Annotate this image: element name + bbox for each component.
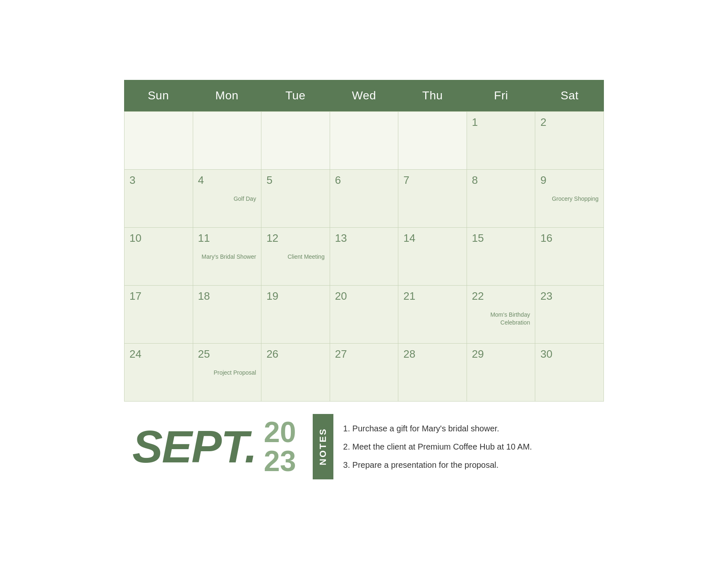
day-number: 8 xyxy=(472,174,530,187)
cal-cell-20: 20 xyxy=(330,286,399,344)
day-number: 15 xyxy=(472,232,530,245)
day-number: 9 xyxy=(540,174,599,187)
cal-cell-2: 2 xyxy=(535,112,604,170)
day-number: 18 xyxy=(198,290,256,303)
year-bottom: 23 xyxy=(264,447,296,476)
cal-cell-21: 21 xyxy=(398,286,467,344)
cal-cell-27: 27 xyxy=(330,344,399,402)
cal-cell-26: 26 xyxy=(261,344,330,402)
day-number: 2 xyxy=(540,116,599,129)
cal-cell-empty-0-4 xyxy=(398,112,467,170)
cal-cell-30: 30 xyxy=(535,344,604,402)
header-day-thu: Thu xyxy=(398,80,467,111)
cal-cell-9: 9Grocery Shopping xyxy=(535,170,604,228)
cal-cell-24: 24 xyxy=(125,344,193,402)
calendar-wrapper: SunMonTueWedThuFriSat 1234Golf Day56789G… xyxy=(124,80,604,484)
calendar-header: SunMonTueWedThuFriSat xyxy=(124,80,604,111)
day-number: 10 xyxy=(129,232,188,245)
note-item-1: 1. Purchase a gift for Mary's bridal sho… xyxy=(343,422,532,435)
cal-cell-empty-0-1 xyxy=(193,112,262,170)
day-number: 20 xyxy=(335,290,393,303)
day-number: 22 xyxy=(472,290,530,303)
cal-cell-16: 16 xyxy=(535,228,604,286)
cal-cell-22: 22Mom's Birthday Celebration xyxy=(467,286,536,344)
cal-cell-empty-0-3 xyxy=(330,112,399,170)
cal-cell-empty-0-2 xyxy=(261,112,330,170)
cal-cell-6: 6 xyxy=(330,170,399,228)
year-block: 20 23 xyxy=(264,418,296,476)
event-text: Golf Day xyxy=(198,195,256,203)
day-number: 19 xyxy=(266,290,325,303)
cal-cell-1: 1 xyxy=(467,112,536,170)
cal-cell-14: 14 xyxy=(398,228,467,286)
header-day-mon: Mon xyxy=(193,80,261,111)
calendar-footer: SEPT. 20 23 NOTES 1. Purchase a gift for… xyxy=(124,410,604,484)
year-top: 20 xyxy=(264,418,296,447)
day-number: 16 xyxy=(540,232,599,245)
cal-cell-8: 8 xyxy=(467,170,536,228)
cal-cell-15: 15 xyxy=(467,228,536,286)
cal-cell-5: 5 xyxy=(261,170,330,228)
day-number: 11 xyxy=(198,232,256,245)
day-number: 23 xyxy=(540,290,599,303)
cal-cell-17: 17 xyxy=(125,286,193,344)
calendar-grid: 1234Golf Day56789Grocery Shopping1011Mar… xyxy=(124,111,604,402)
day-number: 26 xyxy=(266,348,325,361)
cal-cell-3: 3 xyxy=(125,170,193,228)
cal-cell-18: 18 xyxy=(193,286,262,344)
notes-label: NOTES xyxy=(313,414,333,479)
notes-block: NOTES 1. Purchase a gift for Mary's brid… xyxy=(313,414,542,479)
day-number: 29 xyxy=(472,348,530,361)
cal-cell-4: 4Golf Day xyxy=(193,170,262,228)
day-number: 7 xyxy=(403,174,462,187)
cal-cell-11: 11Mary's Bridal Shower xyxy=(193,228,262,286)
event-text: Client Meeting xyxy=(266,253,325,261)
day-number: 21 xyxy=(403,290,462,303)
day-number: 3 xyxy=(129,174,188,187)
notes-content: 1. Purchase a gift for Mary's bridal sho… xyxy=(333,414,542,479)
event-text: Mary's Bridal Shower xyxy=(198,253,256,261)
event-text: Mom's Birthday Celebration xyxy=(472,311,530,327)
day-number: 24 xyxy=(129,348,188,361)
cal-cell-7: 7 xyxy=(398,170,467,228)
day-number: 14 xyxy=(403,232,462,245)
header-day-sun: Sun xyxy=(124,80,193,111)
cal-cell-empty-0-0 xyxy=(125,112,193,170)
header-day-sat: Sat xyxy=(535,80,604,111)
day-number: 5 xyxy=(266,174,325,187)
cal-cell-23: 23 xyxy=(535,286,604,344)
month-title: SEPT. xyxy=(132,424,256,469)
day-number: 28 xyxy=(403,348,462,361)
header-day-tue: Tue xyxy=(261,80,330,111)
day-number: 27 xyxy=(335,348,393,361)
event-text: Grocery Shopping xyxy=(540,195,599,203)
cal-cell-10: 10 xyxy=(125,228,193,286)
cal-cell-25: 25Project Proposal xyxy=(193,344,262,402)
day-number: 1 xyxy=(472,116,530,129)
day-number: 30 xyxy=(540,348,599,361)
day-number: 4 xyxy=(198,174,256,187)
day-number: 25 xyxy=(198,348,256,361)
header-day-wed: Wed xyxy=(330,80,398,111)
event-text: Project Proposal xyxy=(198,369,256,377)
cal-cell-29: 29 xyxy=(467,344,536,402)
day-number: 13 xyxy=(335,232,393,245)
cal-cell-13: 13 xyxy=(330,228,399,286)
day-number: 6 xyxy=(335,174,393,187)
header-day-fri: Fri xyxy=(467,80,536,111)
note-item-2: 2. Meet the client at Premium Coffee Hub… xyxy=(343,440,532,453)
cal-cell-19: 19 xyxy=(261,286,330,344)
day-number: 17 xyxy=(129,290,188,303)
note-item-3: 3. Prepare a presentation for the propos… xyxy=(343,459,532,471)
cal-cell-12: 12Client Meeting xyxy=(261,228,330,286)
cal-cell-28: 28 xyxy=(398,344,467,402)
day-number: 12 xyxy=(266,232,325,245)
